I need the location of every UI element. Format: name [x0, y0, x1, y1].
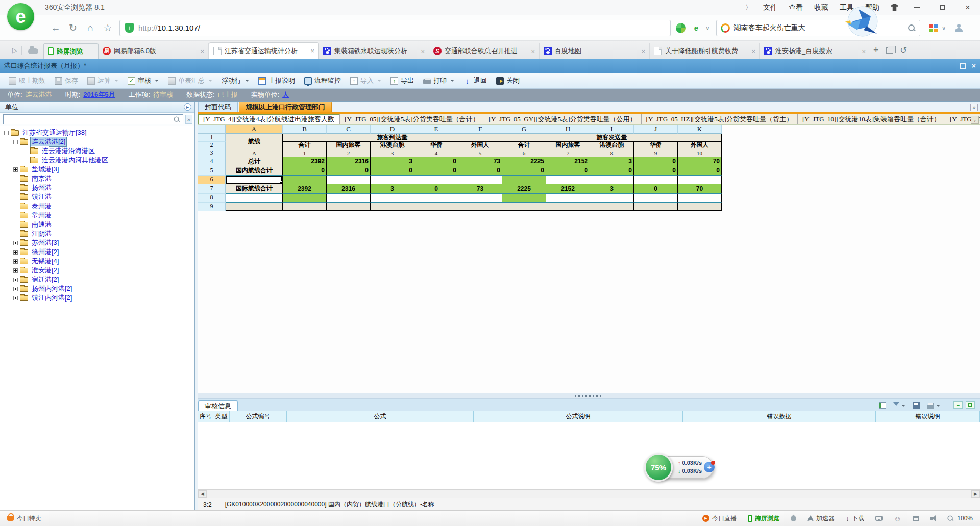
sound-button[interactable]: [930, 517, 935, 520]
mode-chevron-down-icon[interactable]: ∨: [705, 24, 710, 32]
tab-netease-mail[interactable]: 易 网易邮箱6.0版 ×: [99, 43, 209, 59]
minimize-button[interactable]: [910, 3, 924, 13]
menu-file[interactable]: 文件: [763, 3, 777, 12]
data-cell[interactable]: [678, 194, 722, 203]
data-cell[interactable]: [327, 203, 371, 211]
data-cell[interactable]: [590, 203, 634, 211]
row-header[interactable]: 3: [198, 149, 226, 157]
data-cell[interactable]: 2225: [502, 157, 546, 166]
data-cell[interactable]: 3: [371, 157, 414, 166]
header-cell[interactable]: 外国人: [678, 142, 722, 149]
data-cell[interactable]: 2225: [502, 184, 546, 194]
data-cell[interactable]: [371, 203, 414, 211]
header-departures-cell[interactable]: 旅客发送量: [502, 134, 722, 142]
tree-item[interactable]: 江苏省交通运输厅[38]: [0, 128, 194, 137]
tab-list-icon[interactable]: [886, 47, 893, 54]
new-tab-button[interactable]: +: [873, 45, 879, 56]
col-header[interactable]: H: [546, 125, 590, 134]
report-note-button[interactable]: 上报说明: [254, 74, 300, 87]
code-cell[interactable]: A: [226, 149, 283, 157]
data-cell[interactable]: 0: [590, 166, 634, 176]
data-cell[interactable]: [371, 176, 414, 184]
tree-item[interactable]: 常州港: [0, 211, 194, 220]
data-cell[interactable]: 2152: [546, 184, 590, 194]
expand-toggle-icon[interactable]: [13, 287, 18, 291]
tree-item[interactable]: 镇江港: [0, 192, 194, 202]
close-tab-icon[interactable]: ×: [531, 47, 535, 55]
code-cell[interactable]: 1: [283, 149, 327, 157]
row-header[interactable]: 4: [198, 157, 226, 166]
audit-col-error-data[interactable]: 错误数据: [683, 411, 876, 422]
speed-percent-badge[interactable]: 75%: [644, 453, 673, 482]
data-cell[interactable]: [458, 194, 502, 203]
period-link[interactable]: 2016年5月: [83, 90, 115, 99]
row-header-selected[interactable]: 6: [198, 176, 226, 184]
data-cell[interactable]: [226, 194, 283, 203]
data-cell[interactable]: 2316: [327, 157, 371, 166]
data-cell[interactable]: 73: [458, 157, 502, 166]
data-cell[interactable]: [458, 176, 502, 184]
data-cell[interactable]: 0: [414, 157, 458, 166]
data-cell[interactable]: 0: [458, 166, 502, 176]
table-summary-button[interactable]: 单表汇总: [163, 74, 217, 87]
col-header[interactable]: E: [414, 125, 458, 134]
data-cell[interactable]: [327, 194, 371, 203]
data-cell[interactable]: 2392: [283, 157, 327, 166]
data-cell[interactable]: 0: [283, 166, 327, 176]
close-window-button[interactable]: ×: [961, 3, 975, 13]
splitter-handle-icon[interactable]: [575, 395, 603, 397]
data-cell[interactable]: 0: [414, 184, 458, 194]
data-cell[interactable]: 2152: [546, 157, 590, 166]
row-label-cell[interactable]: 总计: [226, 157, 283, 166]
page-tabs-more-icon[interactable]: »: [970, 104, 978, 111]
audit-col-formula-desc[interactable]: 公式说明: [474, 411, 683, 422]
col-header[interactable]: J: [634, 125, 678, 134]
back-icon[interactable]: ←: [47, 20, 64, 36]
code-cell[interactable]: 7: [546, 149, 590, 157]
header-cell[interactable]: 港澳台胞: [590, 142, 634, 149]
tree-item[interactable]: 江阴港: [0, 229, 194, 238]
data-cell[interactable]: 2316: [327, 184, 371, 194]
close-tab-icon[interactable]: ×: [200, 47, 204, 55]
tree-item[interactable]: 扬州港: [0, 183, 194, 192]
col-header[interactable]: C: [327, 125, 371, 134]
cross-screen-button[interactable]: 跨屏浏览: [748, 514, 779, 523]
close-report-button[interactable]: 关闭: [492, 74, 524, 87]
data-cell[interactable]: [414, 203, 458, 211]
header-cell[interactable]: 华侨: [414, 142, 458, 149]
download-button[interactable]: ↓下载: [846, 514, 864, 523]
tab-jiangsu-transport-stats[interactable]: 江苏省交通运输统计分析 ×: [209, 42, 319, 59]
audit-col-formula-no[interactable]: 公式编号: [230, 411, 287, 422]
audit-col-seq[interactable]: 序号: [198, 411, 213, 422]
data-cell[interactable]: [502, 203, 546, 211]
data-cell[interactable]: [634, 203, 678, 211]
header-cell[interactable]: 华侨: [634, 142, 678, 149]
panel-splitter[interactable]: [198, 393, 980, 399]
data-cell[interactable]: 0: [634, 184, 678, 194]
restore-tabs-icon[interactable]: ▷: [12, 43, 17, 57]
physical-unit-link[interactable]: 人: [282, 90, 289, 99]
sheet-tab[interactable]: [Y_JTG_10][交统港10表]集装箱吞吐量（合计）: [797, 114, 945, 124]
tab-ministry-rail[interactable]: S 交通部联合铁总召开推进 ×: [429, 43, 540, 59]
row-header[interactable]: 8: [198, 194, 226, 203]
row-label-cell[interactable]: 国内航线合计: [226, 166, 283, 176]
row-header[interactable]: 1: [198, 134, 226, 142]
close-tab-icon[interactable]: ×: [641, 47, 645, 55]
collapse-panel-icon[interactable]: −: [953, 401, 963, 409]
app-close-icon[interactable]: ×: [972, 62, 976, 70]
data-cell[interactable]: [634, 176, 678, 184]
sheet-tab[interactable]: [Y_JTG_4][交统港4表]分航线进出港旅客人数: [198, 114, 339, 124]
process-monitor-button[interactable]: 流程监控: [300, 74, 346, 87]
selected-cell[interactable]: [226, 176, 283, 184]
tree-item[interactable]: 南通港: [0, 220, 194, 229]
data-cell[interactable]: 0: [414, 166, 458, 176]
horizontal-scrollbar[interactable]: ◀ ▶: [198, 489, 980, 498]
cloud-sync-icon[interactable]: [28, 48, 38, 54]
data-cell[interactable]: 0: [502, 166, 546, 176]
header-route-cell[interactable]: 航线: [226, 134, 283, 149]
code-cell[interactable]: 8: [590, 149, 634, 157]
skin-icon[interactable]: [891, 4, 898, 11]
live-button[interactable]: ▶今日直播: [702, 514, 737, 523]
import-button[interactable]: ↑导入: [346, 74, 386, 87]
code-cell[interactable]: 9: [634, 149, 678, 157]
